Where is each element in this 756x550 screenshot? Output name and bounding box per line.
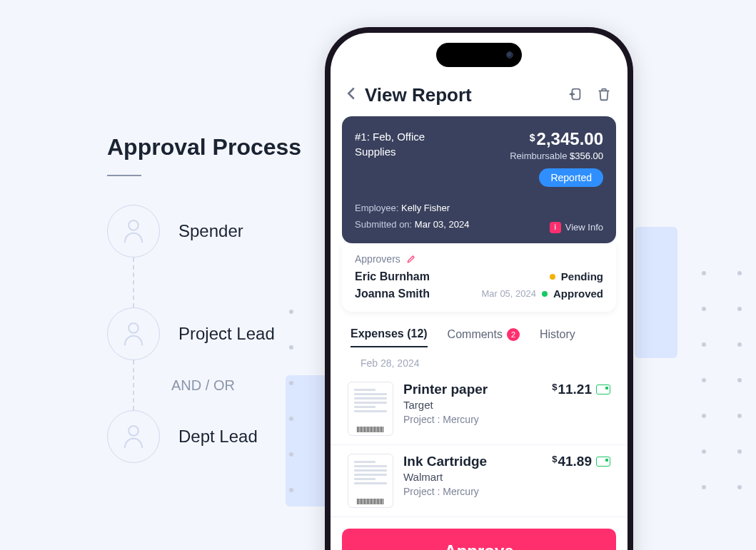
report-amount: $2,345.00 (510, 129, 603, 149)
phone-notch (436, 43, 522, 67)
svg-point-0 (128, 220, 138, 230)
receipt-thumbnail (348, 382, 393, 436)
comments-badge: 2 (507, 328, 520, 341)
submitted-row: Submitted on: Mar 03, 2024 (355, 216, 469, 233)
card-icon (596, 457, 610, 467)
expense-amount: $11.21 (552, 382, 610, 397)
expense-title: Ink Cartridge (403, 454, 542, 469)
tab-expenses[interactable]: Expenses (12) (351, 327, 428, 347)
back-icon[interactable] (346, 86, 356, 105)
approval-connector: AND / OR (107, 360, 160, 410)
card-icon (596, 385, 610, 394)
and-or-label: AND / OR (171, 377, 235, 394)
approval-process-title: Approval Process (107, 134, 301, 161)
expense-amount: $41.89 (552, 454, 610, 469)
approval-step-label: Spender (178, 221, 243, 241)
approval-step-dept-lead: Dept Lead (107, 410, 301, 463)
trash-icon[interactable] (596, 86, 612, 105)
edit-icon[interactable] (406, 254, 416, 264)
approval-step-spender: Spender (107, 205, 301, 258)
user-icon (107, 307, 160, 360)
status-dot-pending (550, 274, 555, 280)
tab-comments[interactable]: Comments 2 (448, 327, 520, 347)
camera-icon (506, 51, 513, 58)
info-icon: i (550, 222, 561, 233)
approval-connector (107, 258, 160, 307)
approvers-label: Approvers (355, 253, 400, 265)
approval-step-label: Dept Lead (178, 427, 258, 447)
user-icon (107, 205, 160, 258)
user-icon (107, 410, 160, 463)
app-header: View Report (331, 77, 628, 116)
approval-step-project-lead: Project Lead (107, 307, 301, 360)
submit-icon[interactable] (568, 86, 583, 105)
page-title: View Report (365, 84, 559, 106)
expense-project: Project : Mercury (403, 486, 542, 497)
approvers-card: Approvers Eric Burnham Pending Joanna Sm… (342, 243, 616, 312)
expense-title: Printer paper (403, 382, 542, 397)
title-underline (107, 175, 141, 176)
status-dot-approved (542, 291, 548, 297)
expense-project: Project : Mercury (403, 414, 542, 425)
expense-item[interactable]: Ink Cartridge Walmart Project : Mercury … (331, 445, 628, 517)
report-title: #1: Feb, Office Supplies (355, 129, 455, 187)
report-summary-card: #1: Feb, Office Supplies $2,345.00 Reimb… (342, 116, 616, 243)
view-info-button[interactable]: i View Info (550, 222, 603, 233)
decorative-block (635, 227, 677, 358)
expense-vendor: Target (403, 399, 542, 411)
status-badge: Reported (539, 168, 603, 187)
approve-button[interactable]: Approve (342, 529, 616, 550)
expense-item[interactable]: Printer paper Target Project : Mercury $… (331, 373, 628, 445)
svg-point-2 (128, 426, 138, 436)
svg-point-1 (128, 323, 138, 333)
approver-row: Joanna Smith Mar 05, 2024 Approved (355, 287, 603, 300)
decorative-dots (702, 271, 742, 489)
expense-vendor: Walmart (403, 471, 542, 483)
tab-bar: Expenses (12) Comments 2 History (331, 312, 628, 347)
reimbursable-amount: Reimbursable $356.00 (510, 151, 603, 161)
employee-row: Employee: Kelly Fisher (355, 200, 469, 216)
approval-process-panel: Approval Process Spender Project Lead (107, 134, 301, 463)
phone-frame: View Report #1: Feb, Office Supplies (325, 27, 633, 550)
approver-row: Eric Burnham Pending (355, 270, 603, 283)
expense-date-header: Feb 28, 2024 (331, 347, 628, 373)
tab-history[interactable]: History (540, 327, 575, 347)
approval-step-label: Project Lead (178, 324, 275, 344)
receipt-thumbnail (348, 454, 393, 508)
